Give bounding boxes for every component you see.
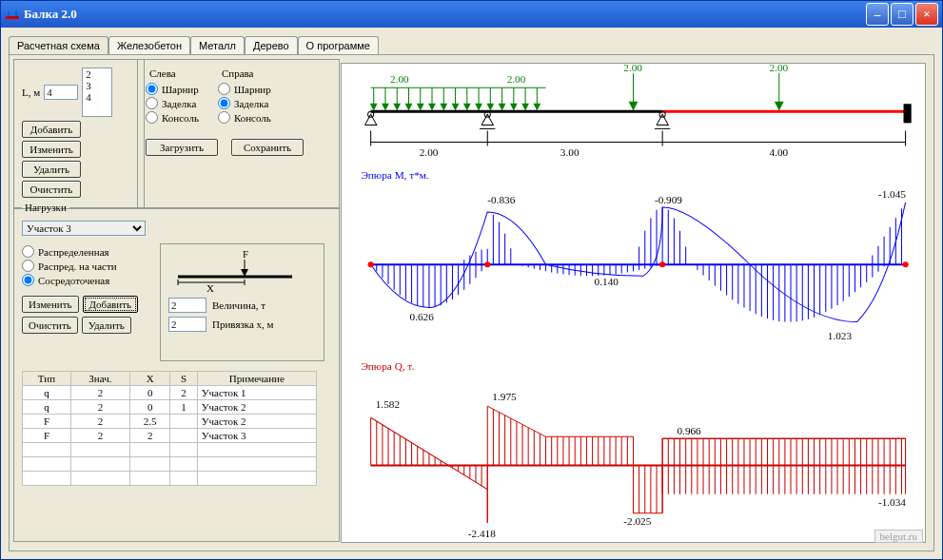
svg-text:-2.418: -2.418	[468, 528, 496, 539]
tab-about[interactable]: О программе	[298, 36, 379, 55]
shear-title: Эпюра Q, т.	[361, 360, 414, 372]
svg-marker-38	[522, 104, 528, 109]
watermark: belgut.ru	[874, 530, 923, 543]
section-select[interactable]: Участок 3	[22, 221, 146, 236]
svg-text:X: X	[206, 282, 214, 294]
load-del-button[interactable]: Удалить	[82, 317, 131, 334]
spans-listbox[interactable]: 2 3 4	[82, 68, 112, 117]
load-button[interactable]: Загрузить	[146, 139, 218, 156]
table-row[interactable]: q202Участок 1	[23, 386, 317, 400]
svg-text:-1.045: -1.045	[878, 188, 906, 200]
tab-strip: Расчетная схема Железобетон Металл Дерев…	[9, 35, 934, 54]
svg-point-179	[903, 261, 909, 267]
svg-text:F: F	[243, 248, 248, 260]
table-row[interactable]: F22.5Участок 2	[23, 415, 317, 429]
span-clear-button[interactable]: Очистить	[22, 181, 81, 198]
table-row[interactable]	[23, 472, 317, 486]
spans-group: L, м 2 3 4 Добавить Изменить Удалить Очи…	[13, 59, 145, 209]
list-item[interactable]: 4	[83, 91, 111, 103]
span-add-button[interactable]: Добавить	[22, 121, 81, 138]
close-button[interactable]: ×	[915, 3, 938, 26]
svg-text:1.582: 1.582	[376, 398, 400, 410]
loads-group: Нагрузки Участок 3 Распределенная Распре…	[13, 202, 340, 542]
svg-marker-26	[452, 104, 458, 109]
loads-table[interactable]: Тип Знач. X S Примечание q202Участок 1q2…	[22, 371, 317, 486]
table-row[interactable]	[23, 443, 317, 457]
magnitude-input[interactable]	[168, 298, 206, 313]
load-add-button[interactable]: Добавить	[83, 296, 138, 313]
table-row[interactable]: q201Участок 2	[23, 400, 317, 415]
title-bar: Балка 2.0 – □ ×	[1, 1, 942, 28]
app-title: Балка 2.0	[24, 7, 77, 22]
left-fixed-radio[interactable]: Заделка	[146, 97, 199, 109]
svg-point-176	[368, 261, 374, 267]
svg-text:0.140: 0.140	[595, 276, 619, 287]
list-item[interactable]: 2	[83, 68, 111, 80]
svg-rect-0	[6, 16, 19, 19]
list-item[interactable]: 3	[83, 80, 111, 91]
svg-marker-24	[441, 104, 446, 109]
load-dist-radio[interactable]: Распределенная	[22, 245, 150, 258]
loads-legend: Нагрузки	[22, 202, 69, 213]
svg-marker-12	[371, 104, 377, 109]
col-type[interactable]: Тип	[23, 372, 71, 386]
diagram-canvas: 2.00 2.00 2.00 2.00	[341, 63, 926, 543]
col-s[interactable]: S	[170, 372, 197, 386]
svg-marker-40	[534, 104, 540, 109]
app-window: Балка 2.0 – □ × Расчетная схема Железобе…	[0, 0, 943, 560]
svg-marker-46	[776, 102, 783, 109]
load-partial-radio[interactable]: Распред. на части	[22, 260, 150, 272]
tab-panel: L, м 2 3 4 Добавить Изменить Удалить Очи…	[9, 54, 934, 551]
svg-point-177	[484, 261, 490, 267]
right-cons-radio[interactable]: Консоль	[218, 111, 271, 124]
tab-scheme[interactable]: Расчетная схема	[9, 36, 108, 55]
svg-text:4.00: 4.00	[770, 146, 789, 158]
left-support-label: Слева	[149, 68, 199, 79]
col-value[interactable]: Знач.	[70, 372, 129, 386]
svg-text:-2.025: -2.025	[623, 515, 651, 527]
svg-text:-0.836: -0.836	[487, 194, 515, 205]
span-edit-button[interactable]: Изменить	[22, 141, 81, 158]
svg-marker-20	[418, 104, 423, 109]
left-cons-radio[interactable]: Консоль	[146, 111, 199, 124]
tab-concrete[interactable]: Железобетон	[108, 36, 190, 55]
svg-text:2.00: 2.00	[507, 73, 526, 85]
svg-marker-36	[511, 104, 517, 109]
svg-rect-56	[904, 104, 912, 123]
svg-text:2.00: 2.00	[623, 64, 642, 73]
load-edit-button[interactable]: Изменить	[22, 296, 79, 313]
svg-marker-18	[405, 104, 411, 109]
col-note[interactable]: Примечание	[197, 372, 316, 386]
svg-text:1.023: 1.023	[828, 330, 853, 341]
maximize-button[interactable]: □	[891, 3, 914, 26]
span-length-input[interactable]	[44, 85, 78, 100]
svg-marker-16	[394, 104, 400, 109]
moment-title: Эпюра M, т*м.	[361, 169, 428, 181]
beam-scheme: 2.00 2.00 2.00 2.00	[365, 64, 912, 158]
col-x[interactable]: X	[129, 372, 170, 386]
offset-input[interactable]	[168, 317, 206, 332]
minimize-button[interactable]: –	[866, 3, 889, 26]
span-del-button[interactable]: Удалить	[22, 161, 81, 178]
save-button[interactable]: Сохранить	[231, 139, 304, 156]
load-conc-radio[interactable]: Сосредоточеная	[22, 274, 150, 286]
app-icon	[5, 7, 20, 22]
tab-wood[interactable]: Дерево	[245, 36, 298, 55]
svg-point-178	[659, 261, 665, 267]
tab-metal[interactable]: Металл	[190, 36, 245, 55]
svg-text:2.00: 2.00	[420, 146, 439, 158]
svg-marker-30	[476, 104, 481, 109]
svg-rect-1	[8, 11, 10, 16]
svg-marker-32	[487, 104, 493, 109]
supports-group: Слева Шарнир Заделка Консоль Справа Шарн…	[137, 59, 340, 209]
svg-text:3.00: 3.00	[560, 146, 580, 158]
svg-rect-2	[15, 11, 17, 16]
right-hinge-radio[interactable]: Шарнир	[218, 83, 271, 95]
left-hinge-radio[interactable]: Шарнир	[146, 83, 199, 95]
load-clear-button[interactable]: Очистить	[22, 317, 78, 334]
right-fixed-radio[interactable]: Заделка	[218, 97, 271, 109]
table-row[interactable]: F22Участок 3	[23, 429, 317, 443]
load-diagram-icon: F X	[168, 248, 302, 294]
table-row[interactable]	[23, 457, 317, 472]
magnitude-label: Величина, т	[212, 299, 265, 311]
